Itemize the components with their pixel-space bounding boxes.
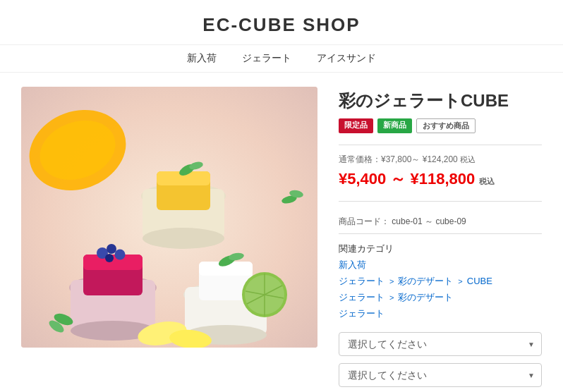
main-nav: 新入荷 ジェラート アイスサンド <box>0 45 563 73</box>
svg-point-17 <box>115 250 126 260</box>
nav-item-icesand[interactable]: アイスサンド <box>317 52 376 63</box>
select-1[interactable]: 選択してください <box>339 332 542 356</box>
select-wrapper-1[interactable]: 選択してください <box>339 332 542 356</box>
badge-new: 新商品 <box>377 118 412 133</box>
category-link-gelato2[interactable]: ジェラート <box>339 292 385 302</box>
nav-item-new[interactable]: 新入荷 <box>187 52 217 63</box>
product-title: 彩のジェラートCUBE <box>339 90 542 111</box>
category-link-4: ジェラート <box>339 307 542 321</box>
product-code: 商品コード： cube-01 ～ cube-09 <box>339 210 542 234</box>
category-link-new[interactable]: 新入荷 <box>339 259 366 270</box>
category-link-irodori2[interactable]: 彩のデザート <box>398 292 453 302</box>
site-title: EC-CUBE SHOP <box>0 14 563 36</box>
category-link-2: ジェラート > 彩のデザート > CUBE <box>339 274 542 289</box>
price-section: 通常価格：¥37,800～ ¥124,200 税込 ¥5,400 ～ ¥118,… <box>339 145 542 202</box>
nav-item-gelato[interactable]: ジェラート <box>242 52 291 63</box>
svg-point-18 <box>105 254 114 262</box>
related-category: 関連カテゴリ 新入荷 ジェラート > 彩のデザート > CUBE ジェラート >… <box>339 243 542 321</box>
badge-limited: 限定品 <box>339 118 373 133</box>
svg-point-16 <box>107 244 116 254</box>
category-link-3: ジェラート > 彩のデザート <box>339 290 542 305</box>
product-info: 彩のジェラートCUBE 限定品 新商品 おすすめ商品 通常価格：¥37,800～… <box>339 87 542 392</box>
badge-recommended: おすすめ商品 <box>416 118 476 133</box>
category-links: 新入荷 ジェラート > 彩のデザート > CUBE ジェラート > 彩のデザート… <box>339 258 542 321</box>
category-link-gelato[interactable]: ジェラート <box>339 276 385 286</box>
arrow-icon-2: > <box>458 277 464 286</box>
select-2[interactable]: 選択してください <box>339 363 542 387</box>
category-link-1: 新入荷 <box>339 258 542 273</box>
svg-point-5 <box>143 228 224 249</box>
category-link-cube[interactable]: CUBE <box>467 276 492 286</box>
product-area: 彩のジェラートCUBE 限定品 新商品 おすすめ商品 通常価格：¥37,800～… <box>0 73 563 392</box>
product-badges: 限定品 新商品 おすすめ商品 <box>339 118 542 133</box>
related-category-label: 関連カテゴリ <box>339 243 542 255</box>
sale-price: ¥5,400 ～ ¥118,800 税込 <box>339 169 542 190</box>
category-link-gelato3[interactable]: ジェラート <box>339 308 385 319</box>
site-header: EC-CUBE SHOP <box>0 0 563 45</box>
sale-price-tax: 税込 <box>479 177 495 185</box>
regular-price: 通常価格：¥37,800～ ¥124,200 税込 <box>339 154 542 166</box>
regular-price-tax: 税込 <box>460 155 476 164</box>
product-image <box>21 87 317 348</box>
arrow-icon-1: > <box>389 277 396 286</box>
select-wrapper-2[interactable]: 選択してください <box>339 363 542 387</box>
arrow-icon-3: > <box>389 293 396 302</box>
category-link-irodori[interactable]: 彩のデザート <box>398 276 453 286</box>
